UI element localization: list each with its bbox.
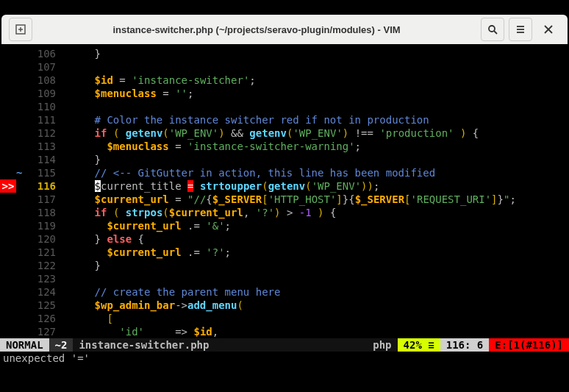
line-number: 121	[25, 246, 57, 259]
gitgutter-tilde-icon	[16, 153, 25, 166]
line-number: 106	[25, 47, 57, 60]
gutter-marker	[0, 325, 16, 338]
gutter-marker	[0, 74, 16, 87]
code-content: 'id' => $id,	[57, 325, 569, 338]
code-line: 118 if ( strpos($current_url, '?') > -1 …	[0, 206, 569, 219]
code-line: 123	[0, 272, 569, 285]
search-button[interactable]	[481, 18, 504, 41]
code-line: 114 }	[0, 153, 569, 166]
gitgutter-tilde-icon	[16, 232, 25, 246]
gutter-marker	[0, 193, 16, 206]
line-number: 109	[25, 87, 57, 100]
gutter-marker	[0, 299, 16, 312]
line-number: 115	[25, 166, 57, 179]
gitgutter-tilde-icon	[16, 140, 25, 153]
gutter-marker	[0, 312, 16, 325]
code-line: 125 $wp_admin_bar->add_menu(	[0, 299, 569, 312]
status-position: 116: 6	[440, 338, 490, 352]
gitgutter-tilde-icon	[16, 60, 25, 74]
code-line: 110	[0, 100, 569, 113]
command-line: unexpected '='	[0, 352, 569, 365]
gitgutter-tilde-icon	[16, 285, 25, 299]
menu-button[interactable]	[509, 18, 532, 41]
close-button[interactable]	[537, 18, 560, 41]
code-line: 126 [	[0, 312, 569, 325]
gitgutter-tilde-icon	[16, 259, 25, 272]
line-number: 107	[25, 60, 57, 74]
line-number: 116	[25, 179, 57, 193]
code-content: # Color the instance switcher red if not…	[57, 113, 569, 126]
gitgutter-tilde-icon	[16, 100, 25, 113]
code-content: $current_url .= '&';	[57, 219, 569, 232]
code-content: }	[57, 47, 569, 60]
gutter-marker	[0, 285, 16, 299]
gitgutter-tilde-icon	[16, 179, 25, 193]
new-tab-button[interactable]	[9, 18, 32, 41]
code-content	[57, 60, 569, 74]
svg-point-3	[489, 26, 495, 32]
line-number: 114	[25, 153, 57, 166]
gitgutter-tilde-icon	[16, 325, 25, 338]
svg-line-4	[494, 31, 497, 34]
code-content: $menuclass = 'instance-switcher-warning'…	[57, 140, 569, 153]
gutter-marker	[0, 47, 16, 60]
line-number: 117	[25, 193, 57, 206]
gutter-marker	[0, 60, 16, 74]
line-number: 110	[25, 100, 57, 113]
gitgutter-tilde-icon	[16, 272, 25, 285]
code-content	[57, 100, 569, 113]
line-number: 112	[25, 126, 57, 140]
code-line: 112 if ( getenv('WP_ENV') && getenv('WP_…	[0, 126, 569, 140]
line-number: 111	[25, 113, 57, 126]
code-content: $menuclass = '';	[57, 87, 569, 100]
code-line: ~115 // <-- GitGutter in action, this li…	[0, 166, 569, 179]
gutter-marker	[0, 219, 16, 232]
line-number: 127	[25, 325, 57, 338]
gitgutter-tilde-icon	[16, 312, 25, 325]
gutter-marker	[0, 153, 16, 166]
code-content: $current_url .= '?';	[57, 246, 569, 259]
git-branch: ~2	[49, 338, 74, 352]
gutter-marker	[0, 246, 16, 259]
line-number: 122	[25, 259, 57, 272]
window-title: instance-switcher.php (~/projects/seravo…	[32, 24, 481, 35]
code-content: $current_url = "//{$_SERVER['HTTP_HOST']…	[57, 193, 569, 206]
code-content: if ( strpos($current_url, '?') > -1 ) {	[57, 206, 569, 219]
line-number: 123	[25, 272, 57, 285]
gutter-marker	[0, 166, 16, 179]
code-line: 119 $current_url .= '&';	[0, 219, 569, 232]
gitgutter-tilde-icon	[16, 113, 25, 126]
gutter-marker	[0, 126, 16, 140]
code-line: 106 }	[0, 47, 569, 60]
line-number: 119	[25, 219, 57, 232]
gutter-marker	[0, 113, 16, 126]
status-line: NORMAL ~2 instance-switcher.php php 42% …	[0, 338, 569, 352]
code-line: 108 $id = 'instance-switcher';	[0, 74, 569, 87]
code-line: 111 # Color the instance switcher red if…	[0, 113, 569, 126]
code-content: $wp_admin_bar->add_menu(	[57, 299, 569, 312]
status-percent: 42% ≡	[398, 338, 440, 352]
line-number: 125	[25, 299, 57, 312]
status-error: E:[1(#116)]	[489, 338, 569, 352]
code-content: $id = 'instance-switcher';	[57, 74, 569, 87]
line-number: 113	[25, 140, 57, 153]
vim-mode: NORMAL	[0, 338, 49, 352]
code-line: 109 $menuclass = '';	[0, 87, 569, 100]
gitgutter-tilde-icon	[16, 126, 25, 140]
gitgutter-tilde-icon: ~	[16, 166, 25, 179]
gitgutter-tilde-icon	[16, 87, 25, 100]
editor-area[interactable]: 106 } 107 108 $id = 'instance-switcher';…	[0, 44, 569, 338]
gutter-marker	[0, 259, 16, 272]
code-line: 127 'id' => $id,	[0, 325, 569, 338]
code-line: 124 // create the parent menu here	[0, 285, 569, 299]
code-content: [	[57, 312, 569, 325]
gitgutter-tilde-icon	[16, 47, 25, 60]
status-filename: instance-switcher.php	[73, 338, 367, 352]
gitgutter-tilde-icon	[16, 193, 25, 206]
code-line: 117 $current_url = "//{$_SERVER['HTTP_HO…	[0, 193, 569, 206]
code-content: }	[57, 153, 569, 166]
line-number: 120	[25, 232, 57, 246]
gitgutter-tilde-icon	[16, 219, 25, 232]
code-line: 120 } else {	[0, 232, 569, 246]
error-marker-icon: >>	[0, 179, 16, 193]
